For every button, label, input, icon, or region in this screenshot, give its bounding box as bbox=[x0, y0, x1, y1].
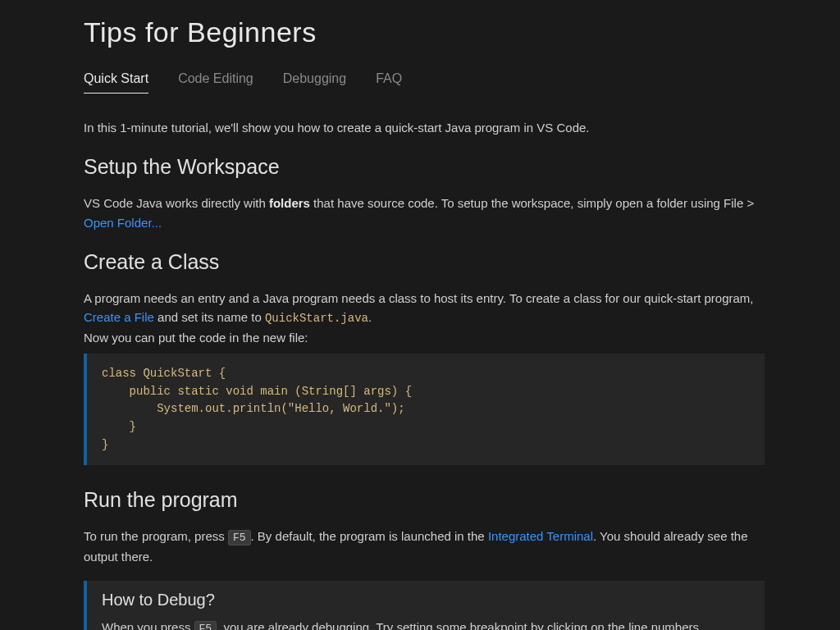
text: A program needs an entry and a Java prog… bbox=[84, 291, 754, 305]
heading-create-class: Create a Class bbox=[84, 250, 765, 274]
page-title: Tips for Beginners bbox=[84, 16, 765, 48]
tab-debugging[interactable]: Debugging bbox=[283, 71, 346, 94]
heading-run: Run the program bbox=[84, 488, 765, 512]
text: . bbox=[368, 310, 372, 324]
text: When you press bbox=[102, 620, 194, 630]
code-text: class QuickStart { public static void ma… bbox=[102, 367, 412, 451]
key-f5: F5 bbox=[194, 621, 217, 630]
text: and set its name to bbox=[154, 310, 265, 324]
run-paragraph: To run the program, press F5. By default… bbox=[84, 527, 765, 565]
tabbar: Quick Start Code Editing Debugging FAQ bbox=[84, 71, 765, 94]
text: , you are already debugging. Try setting… bbox=[217, 620, 699, 630]
code-sample: class QuickStart { public static void ma… bbox=[84, 354, 765, 465]
filename-code: QuickStart.java bbox=[265, 312, 368, 325]
integrated-terminal-link[interactable]: Integrated Terminal bbox=[488, 529, 593, 543]
tab-code-editing[interactable]: Code Editing bbox=[178, 71, 253, 94]
heading-setup: Setup the Workspace bbox=[84, 155, 765, 179]
text: Now you can put the code in the new file… bbox=[84, 331, 308, 345]
tab-faq[interactable]: FAQ bbox=[376, 71, 402, 94]
text: . By default, the program is launched in… bbox=[251, 529, 488, 543]
aside-heading: How to Debug? bbox=[102, 591, 750, 609]
create-file-link[interactable]: Create a File bbox=[84, 310, 154, 324]
aside-text: When you press F5, you are already debug… bbox=[102, 618, 750, 630]
open-folder-link[interactable]: Open Folder... bbox=[84, 216, 162, 230]
text: that have source code. To setup the work… bbox=[310, 196, 754, 210]
text: To run the program, press bbox=[84, 529, 228, 543]
bold-folders: folders bbox=[269, 196, 310, 210]
intro-text: In this 1-minute tutorial, we'll show yo… bbox=[84, 118, 765, 137]
key-f5: F5 bbox=[228, 530, 251, 546]
setup-paragraph: VS Code Java works directly with folders… bbox=[84, 194, 765, 232]
text: VS Code Java works directly with bbox=[84, 196, 269, 210]
tab-quick-start[interactable]: Quick Start bbox=[84, 71, 148, 94]
debug-aside: How to Debug? When you press F5, you are… bbox=[84, 581, 765, 630]
create-paragraph: A program needs an entry and a Java prog… bbox=[84, 289, 765, 347]
